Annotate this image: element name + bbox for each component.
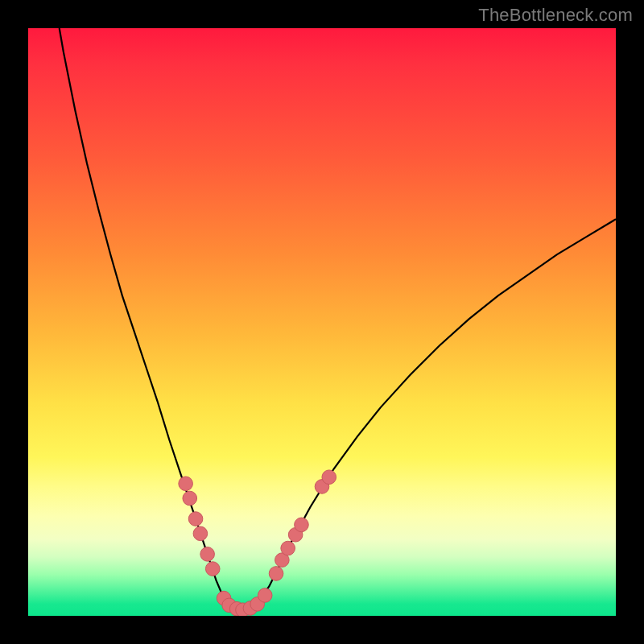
- data-point: [205, 562, 220, 576]
- data-point: [322, 470, 336, 485]
- chart-svg: [28, 28, 616, 616]
- data-point: [200, 547, 215, 562]
- data-point: [193, 526, 208, 541]
- data-point: [183, 491, 197, 506]
- data-point: [188, 512, 203, 526]
- highlighted-points-group: [179, 470, 336, 616]
- bottleneck-curve: [60, 28, 616, 610]
- chart-frame: TheBottleneck.com: [0, 0, 644, 644]
- data-point: [258, 588, 272, 603]
- data-point: [269, 567, 283, 581]
- data-point: [281, 541, 295, 555]
- plot-area: [28, 28, 616, 616]
- data-point: [179, 477, 193, 491]
- watermark-text: TheBottleneck.com: [478, 5, 633, 26]
- data-point: [295, 518, 309, 532]
